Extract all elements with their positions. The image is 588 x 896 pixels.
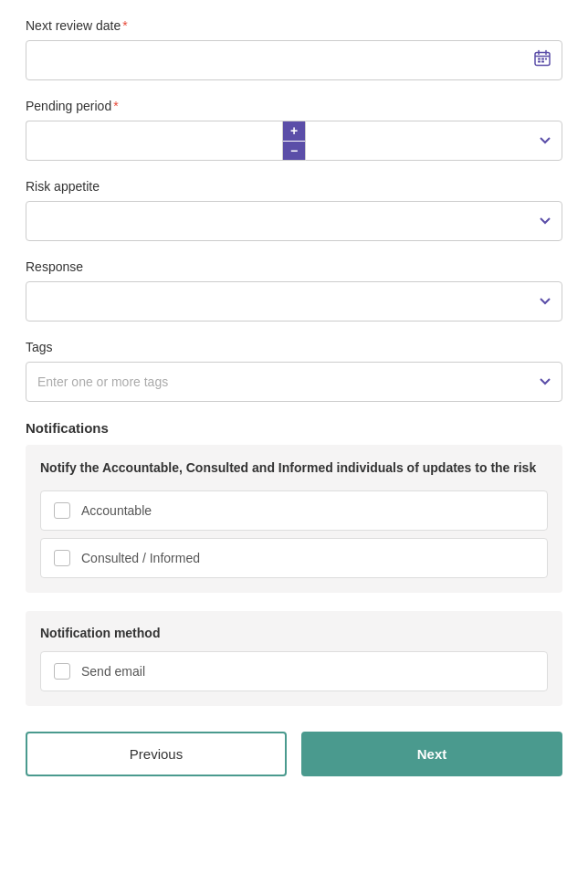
period-unit-select[interactable]: Days Weeks Months Years [305,121,562,161]
stepper-decrement-button[interactable]: − [283,142,305,161]
svg-rect-6 [545,58,547,60]
navigation-buttons: Previous Next [26,732,562,776]
consulted-informed-checkbox[interactable] [54,550,70,566]
next-review-date-label: Next review date* [26,18,562,33]
notifications-group: Notifications Notify the Accountable, Co… [26,420,562,593]
notification-method-title: Notification method [40,626,548,640]
svg-rect-7 [538,61,541,63]
notification-method-section: Notification method Send email [26,611,562,706]
calendar-icon[interactable] [533,49,551,72]
next-review-date-input[interactable] [26,40,562,80]
notifications-box: Notify the Accountable, Consulted and In… [26,445,562,593]
notifications-section-label: Notifications [26,420,562,436]
risk-appetite-select[interactable] [26,201,562,241]
required-indicator-2: * [113,99,118,113]
svg-rect-8 [541,61,544,63]
pending-period-number-input[interactable] [26,121,282,161]
previous-button[interactable]: Previous [26,732,287,776]
next-review-date-input-wrapper [26,40,562,80]
response-group: Response [26,259,562,322]
send-email-checkbox[interactable] [54,663,70,680]
tags-label: Tags [26,340,562,354]
accountable-checkbox[interactable] [54,502,70,519]
next-button[interactable]: Next [301,732,562,776]
stepper-increment-button[interactable]: + [283,121,305,142]
accountable-label[interactable]: Accountable [81,503,152,518]
risk-appetite-label: Risk appetite [26,179,562,194]
accountable-checkbox-item: Accountable [40,490,548,531]
pending-period-group: Pending period* + − Days Weeks Months Ye… [26,99,562,161]
notify-description: Notify the Accountable, Consulted and In… [40,459,548,478]
response-select[interactable] [26,281,562,322]
pending-period-label: Pending period* [26,99,562,113]
send-email-checkbox-item: Send email [40,651,548,691]
stepper-buttons: + − [282,121,305,161]
svg-rect-5 [541,58,544,60]
tags-select[interactable]: Enter one or more tags [26,362,562,402]
pending-period-row: + − Days Weeks Months Years [26,121,562,161]
consulted-informed-checkbox-item: Consulted / Informed [40,538,548,578]
tags-group: Tags Enter one or more tags [26,340,562,402]
risk-appetite-group: Risk appetite [26,179,562,241]
next-review-date-group: Next review date* [26,18,562,80]
response-label: Response [26,259,562,274]
svg-rect-4 [538,58,541,60]
send-email-label[interactable]: Send email [81,664,145,679]
required-indicator: * [122,18,127,33]
consulted-informed-label[interactable]: Consulted / Informed [81,551,200,565]
